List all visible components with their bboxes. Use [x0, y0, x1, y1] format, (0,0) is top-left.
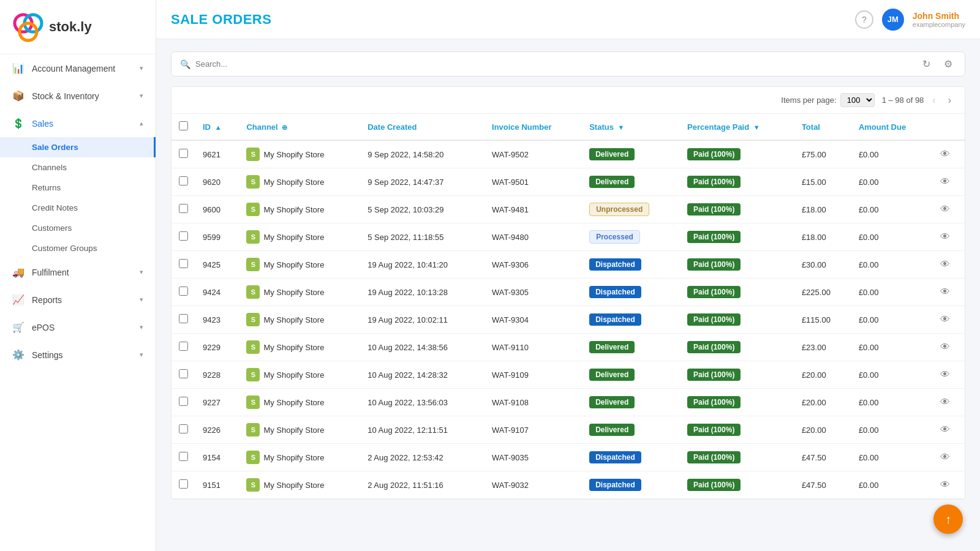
row-checkbox-cell [172, 361, 195, 389]
row-checkbox[interactable] [179, 149, 188, 158]
row-status: Dispatched [582, 444, 680, 471]
channel-name: My Shopify Store [263, 150, 324, 159]
col-date[interactable]: Date Created [360, 114, 484, 140]
sidebar-item-customer-groups[interactable]: Customer Groups [0, 238, 156, 258]
view-order-button[interactable]: 👁 [940, 149, 950, 160]
col-channel[interactable]: Channel ⊕ [239, 114, 360, 140]
sidebar-item-credit-notes[interactable]: Credit Notes [0, 198, 156, 218]
col-id[interactable]: ID ▲ [195, 114, 239, 140]
row-invoice: WAT-9107 [484, 416, 582, 444]
col-percentage-paid[interactable]: Percentage Paid ▼ [680, 114, 794, 140]
sidebar-item-sales[interactable]: 💲 Sales ▴ [0, 110, 156, 137]
row-invoice: WAT-9305 [484, 279, 582, 306]
row-checkbox[interactable] [179, 259, 188, 268]
row-status: Processed [582, 223, 680, 251]
paid-badge: Paid (100%) [687, 396, 741, 408]
row-checkbox[interactable] [179, 479, 188, 489]
search-input[interactable] [195, 59, 914, 69]
select-all-checkbox[interactable] [179, 121, 188, 130]
sidebar-item-fulfilment[interactable]: 🚚 Fulfilment ▾ [0, 258, 156, 286]
row-checkbox-cell [172, 334, 195, 361]
settings-button[interactable]: ⚙ [940, 57, 956, 71]
view-order-button[interactable]: 👁 [940, 259, 950, 270]
row-id: 9154 [195, 444, 239, 471]
row-paid: Paid (100%) [680, 140, 794, 168]
table-row: 9229 S My Shopify Store 10 Aug 2022, 14:… [172, 334, 965, 361]
sidebar-item-reports[interactable]: 📈 Reports ▾ [0, 286, 156, 313]
sidebar-item-returns[interactable]: Returns [0, 178, 156, 198]
avatar[interactable]: JM [882, 9, 904, 31]
col-invoice[interactable]: Invoice Number [484, 114, 582, 140]
sidebar-item-sale-orders[interactable]: Sale Orders [0, 137, 156, 157]
row-checkbox[interactable] [179, 397, 188, 406]
row-checkbox[interactable] [179, 231, 188, 241]
row-checkbox[interactable] [179, 424, 188, 433]
row-total: £18.00 [794, 196, 851, 223]
paid-badge: Paid (100%) [687, 176, 741, 188]
row-checkbox[interactable] [179, 452, 188, 461]
row-checkbox[interactable] [179, 176, 188, 186]
refresh-button[interactable]: ↻ [919, 57, 934, 71]
status-badge: Dispatched [589, 258, 641, 271]
sidebar-item-epos[interactable]: 🛒 ePOS ▾ [0, 313, 156, 341]
row-channel: S My Shopify Store [239, 251, 360, 279]
view-order-button[interactable]: 👁 [940, 479, 950, 490]
row-total: £115.00 [794, 306, 851, 334]
items-per-page-select[interactable]: 100 50 25 [840, 93, 875, 107]
content-area: 🔍 ↻ ⚙ Items per page: 100 50 25 [156, 39, 980, 551]
status-badge: Delivered [589, 176, 635, 188]
table-row: 9226 S My Shopify Store 10 Aug 2022, 12:… [172, 416, 965, 444]
sidebar-item-customers[interactable]: Customers [0, 218, 156, 238]
row-paid: Paid (100%) [680, 306, 794, 334]
prev-page-button[interactable]: ‹ [929, 94, 939, 107]
view-order-button[interactable]: 👁 [940, 397, 950, 408]
sidebar-item-stock-inventory[interactable]: 📦 Stock & Inventory ▾ [0, 82, 156, 110]
view-order-button[interactable]: 👁 [940, 424, 950, 435]
channel-name: My Shopify Store [263, 288, 324, 297]
view-order-button[interactable]: 👁 [940, 452, 950, 463]
view-order-button[interactable]: 👁 [940, 231, 950, 242]
row-total: £47.50 [794, 444, 851, 471]
channel-name: My Shopify Store [263, 453, 324, 462]
row-view-action: 👁 [933, 361, 965, 389]
chevron-down-icon: ▾ [140, 64, 143, 72]
row-id: 9599 [195, 223, 239, 251]
channel-name: My Shopify Store [263, 315, 324, 324]
row-view-action: 👁 [933, 471, 965, 499]
col-status[interactable]: Status ▼ [582, 114, 680, 140]
row-paid: Paid (100%) [680, 416, 794, 444]
view-order-button[interactable]: 👁 [940, 204, 950, 215]
help-button[interactable]: ? [855, 10, 873, 29]
row-status: Delivered [582, 168, 680, 196]
next-page-button[interactable]: › [944, 94, 955, 107]
view-order-button[interactable]: 👁 [940, 369, 950, 380]
shopify-icon: S [246, 368, 260, 381]
sidebar-item-channels[interactable]: Channels [0, 157, 156, 178]
row-checkbox[interactable] [179, 287, 188, 296]
col-total[interactable]: Total [794, 114, 851, 140]
view-order-button[interactable]: 👁 [940, 342, 950, 353]
view-order-button[interactable]: 👁 [940, 314, 950, 325]
upload-fab-button[interactable]: ↑ [933, 504, 963, 534]
row-date: 2 Aug 2022, 12:53:42 [360, 444, 484, 471]
shopify-icon: S [246, 203, 260, 216]
row-checkbox-cell [172, 196, 195, 223]
row-paid: Paid (100%) [680, 251, 794, 279]
row-checkbox[interactable] [179, 204, 188, 213]
channel-name: My Shopify Store [263, 398, 324, 407]
col-amount-due[interactable]: Amount Due [851, 114, 933, 140]
view-order-button[interactable]: 👁 [940, 176, 950, 187]
sidebar-item-account-management[interactable]: 📊 Account Management ▾ [0, 54, 156, 82]
settings-icon: ⚙️ [12, 349, 24, 361]
table-row: 9425 S My Shopify Store 19 Aug 2022, 10:… [172, 251, 965, 279]
upload-icon: ↑ [945, 512, 951, 527]
row-channel: S My Shopify Store [239, 389, 360, 416]
row-checkbox[interactable] [179, 369, 188, 378]
view-order-button[interactable]: 👁 [940, 287, 950, 298]
row-id: 9228 [195, 361, 239, 389]
row-checkbox[interactable] [179, 342, 188, 351]
row-checkbox-cell [172, 416, 195, 444]
row-checkbox[interactable] [179, 314, 188, 323]
sidebar-item-settings[interactable]: ⚙️ Settings ▾ [0, 341, 156, 369]
row-paid: Paid (100%) [680, 223, 794, 251]
